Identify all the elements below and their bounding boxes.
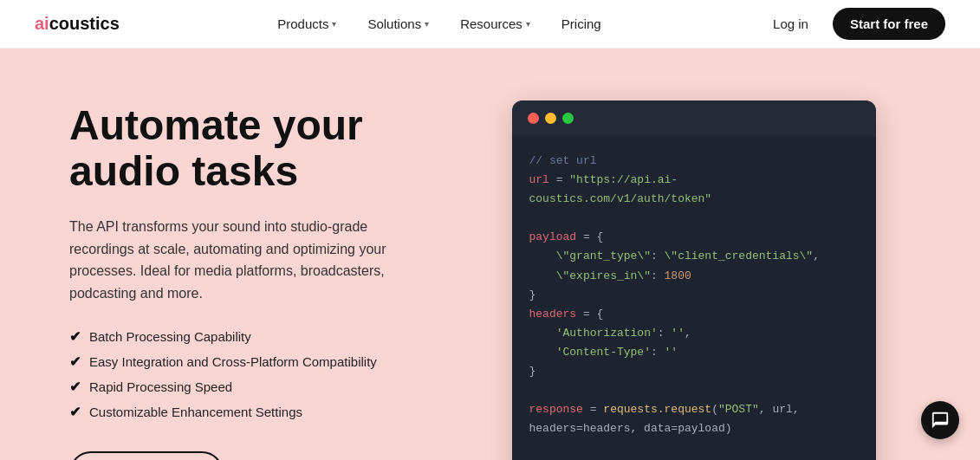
hero-right: // set url url = "https://api.ai-coustic… xyxy=(477,100,911,460)
nav-pricing-label: Pricing xyxy=(561,16,601,31)
logo-ai: ai xyxy=(35,14,49,34)
feature-label: Easy Integration and Cross-Platform Comp… xyxy=(89,354,377,369)
chat-bubble-button[interactable] xyxy=(921,401,959,439)
code-line: } xyxy=(529,286,859,305)
checkmark-icon: ✔ xyxy=(69,404,81,420)
checkmark-icon: ✔ xyxy=(69,379,81,395)
list-item: ✔ Batch Processing Capability xyxy=(69,328,407,345)
hero-title-line2: audio tasks xyxy=(69,148,298,194)
list-item: ✔ Rapid Processing Speed xyxy=(69,379,407,395)
hero-title-line1: Automate your xyxy=(69,102,363,148)
checkmark-icon: ✔ xyxy=(69,353,81,370)
hero-title: Automate your audio tasks xyxy=(69,103,407,195)
code-line: } xyxy=(529,362,859,381)
code-body: // set url url = "https://api.ai-coustic… xyxy=(512,136,876,460)
logo[interactable]: aicoustics xyxy=(35,14,120,34)
code-line: payload = { xyxy=(529,228,859,247)
nav-resources-label: Resources xyxy=(460,16,522,31)
chat-icon xyxy=(931,411,950,430)
code-title-bar xyxy=(512,100,876,136)
code-line: response = requests.request("POST", url,… xyxy=(529,400,859,438)
feature-label: Batch Processing Capability xyxy=(89,329,251,344)
window-maximize-dot xyxy=(562,113,574,124)
nav-right: Log in Start for free xyxy=(759,8,945,40)
code-line: headers = { xyxy=(529,305,859,324)
nav-resources[interactable]: Resources ▾ xyxy=(448,10,542,38)
start-for-free-button[interactable]: Start for free xyxy=(833,8,945,40)
products-chevron-icon: ▾ xyxy=(332,19,336,29)
list-item: ✔ Easy Integration and Cross-Platform Co… xyxy=(69,353,407,370)
login-button[interactable]: Log in xyxy=(759,10,822,38)
code-line: url = "https://api.ai-coustics.com/v1/au… xyxy=(529,171,859,209)
nav-solutions-label: Solutions xyxy=(367,16,421,31)
code-line: \"expires_in\": 1800 xyxy=(529,267,859,286)
code-line: 'Content-Type': '' xyxy=(529,343,859,362)
feature-label: Customizable Enhancement Settings xyxy=(89,405,302,419)
list-item: ✔ Customizable Enhancement Settings xyxy=(69,404,407,420)
explore-api-button[interactable]: Explore the API xyxy=(69,451,224,460)
resources-chevron-icon: ▾ xyxy=(526,19,530,29)
nav-links: Products ▾ Solutions ▾ Resources ▾ Prici… xyxy=(265,10,613,38)
window-minimize-dot xyxy=(545,113,556,124)
hero-left: Automate your audio tasks The API transf… xyxy=(69,103,407,460)
code-line: // set url xyxy=(529,152,859,171)
solutions-chevron-icon: ▾ xyxy=(425,19,429,29)
hero-section: Automate your audio tasks The API transf… xyxy=(0,49,980,460)
feature-list: ✔ Batch Processing Capability ✔ Easy Int… xyxy=(69,328,407,420)
feature-label: Rapid Processing Speed xyxy=(89,379,232,394)
code-line: 'Authorization': '', xyxy=(529,324,859,343)
nav-pricing[interactable]: Pricing xyxy=(549,10,613,38)
code-panel: // set url url = "https://api.ai-coustic… xyxy=(512,100,876,460)
nav-solutions[interactable]: Solutions ▾ xyxy=(355,10,441,38)
logo-coustics: coustics xyxy=(49,14,120,34)
nav-products-label: Products xyxy=(277,16,328,31)
navbar: aicoustics Products ▾ Solutions ▾ Resour… xyxy=(0,0,980,49)
window-close-dot xyxy=(528,113,539,124)
nav-products[interactable]: Products ▾ xyxy=(265,10,348,38)
code-line: \"grant_type\": \"client_credentials\", xyxy=(529,247,859,266)
checkmark-icon: ✔ xyxy=(69,328,81,345)
hero-description: The API transforms your sound into studi… xyxy=(69,216,407,304)
